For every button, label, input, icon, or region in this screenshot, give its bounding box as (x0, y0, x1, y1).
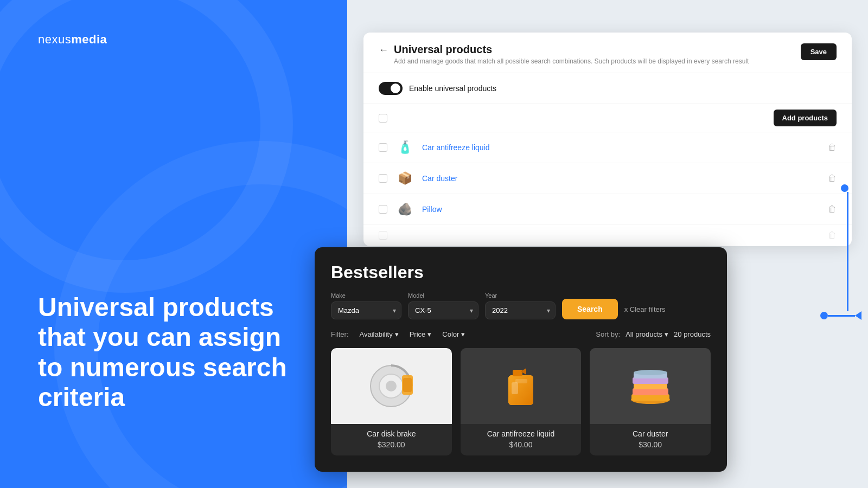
bestsellers-title: Bestsellers (331, 262, 711, 282)
card-image-antifreeze (461, 348, 582, 424)
admin-header: ← Universal products Add and manage good… (363, 33, 852, 73)
delete-icon-2[interactable]: 🗑 (828, 174, 837, 183)
product-card-antifreeze[interactable]: Car antifreeze liquid $40.00 (461, 348, 582, 455)
filter-bar: Filter: Availability ▾ Price ▾ Color ▾ S… (331, 330, 711, 338)
back-arrow-icon[interactable]: ← (379, 44, 388, 56)
admin-subtitle: Add and manage goods that match all poss… (394, 57, 749, 65)
svg-rect-9 (512, 382, 518, 394)
dot-bottom (820, 312, 828, 319)
color-label: Color (442, 330, 459, 338)
model-select[interactable]: CX-5 (408, 301, 478, 319)
logo-suffix: media (71, 33, 107, 46)
card-image-duster (590, 348, 711, 424)
select-all-checkbox[interactable] (379, 114, 387, 123)
availability-chevron-icon: ▾ (395, 330, 399, 338)
right-area: ← Universal products Add and manage good… (347, 0, 868, 488)
availability-filter-btn[interactable]: Availability ▾ (360, 330, 399, 338)
product-thumb-3: 🪨 (395, 200, 414, 219)
add-products-button[interactable]: Add products (774, 110, 837, 126)
logo: nexusmedia (38, 33, 309, 47)
sort-dropdown-btn[interactable]: All products ▾ (626, 330, 668, 338)
sort-value: All products (626, 330, 662, 338)
enable-toggle[interactable] (379, 82, 403, 95)
product-checkbox-1[interactable] (379, 143, 387, 152)
delete-icon-1[interactable]: 🗑 (828, 143, 837, 152)
make-select-wrapper: Mazda (331, 301, 401, 319)
products-header-row: Add products (363, 104, 852, 132)
availability-label: Availability (360, 330, 393, 338)
make-label: Make (331, 292, 401, 299)
product-thumb-2: 📦 (395, 169, 414, 188)
card-name-duster: Car duster (590, 424, 711, 440)
price-filter-btn[interactable]: Price ▾ (410, 330, 432, 338)
arrow-tail (828, 315, 855, 317)
product-checkbox-4[interactable] (379, 231, 387, 240)
admin-panel: ← Universal products Add and manage good… (363, 33, 852, 246)
logo-prefix: nexus (38, 33, 71, 46)
make-select[interactable]: Mazda (331, 301, 401, 319)
product-link-2[interactable]: Car duster (422, 174, 820, 183)
year-select-wrapper: 2022 (485, 301, 556, 319)
product-cards: Car disk brake $320.00 (331, 348, 711, 455)
admin-title-block: Universal products Add and manage goods … (394, 43, 749, 65)
svg-rect-7 (513, 370, 522, 376)
left-panel: nexusmedia Universal products that you c… (0, 0, 347, 488)
product-row-4: 🗑 (363, 225, 852, 246)
admin-title: Universal products (394, 43, 749, 56)
product-link-3[interactable]: Pillow (422, 205, 820, 214)
sort-section: Sort by: All products ▾ 20 products (596, 330, 711, 338)
card-image-brake (331, 348, 452, 424)
save-button[interactable]: Save (801, 43, 837, 60)
storefront-panel: Bestsellers Make Mazda Model CX-5 (315, 247, 727, 472)
products-count: 20 products (674, 330, 711, 338)
arrow-row (820, 311, 861, 320)
filter-text: Filter: (331, 330, 349, 338)
product-row-3: 🪨 Pillow 🗑 (363, 194, 852, 225)
color-filter-btn[interactable]: Color ▾ (442, 330, 465, 338)
year-filter-group: Year 2022 (485, 292, 556, 319)
card-price-brake: $320.00 (331, 440, 452, 455)
search-button[interactable]: Search (562, 299, 618, 319)
card-price-duster: $30.00 (590, 440, 711, 455)
sort-by-label: Sort by: (596, 330, 620, 338)
hero-text: Universal products that you can assign t… (38, 292, 309, 412)
svg-point-17 (634, 370, 667, 375)
sort-chevron-icon: ▾ (665, 330, 668, 338)
price-label: Price (410, 330, 426, 338)
model-label: Model (408, 292, 478, 299)
svg-rect-10 (515, 379, 527, 383)
color-chevron-icon: ▾ (461, 330, 465, 338)
product-checkbox-3[interactable] (379, 205, 387, 214)
product-link-1[interactable]: Car antifreeze liquid (422, 143, 820, 152)
year-label: Year (485, 292, 556, 299)
arrow-head-icon (855, 311, 861, 320)
toggle-label: Enable universal products (409, 84, 496, 93)
product-card-duster[interactable]: Car duster $30.00 (590, 348, 711, 455)
product-thumb-1: 🧴 (395, 138, 414, 157)
arrow-connector (820, 184, 861, 320)
svg-point-2 (386, 381, 397, 391)
dot-top (841, 184, 848, 192)
filters-row: Make Mazda Model CX-5 Year (331, 292, 711, 319)
product-row: 🧴 Car antifreeze liquid 🗑 (363, 132, 852, 163)
card-name-antifreeze: Car antifreeze liquid (461, 424, 582, 440)
product-row-2: 📦 Car duster 🗑 (363, 163, 852, 194)
connector-line (847, 192, 848, 311)
clear-filters-link[interactable]: x Clear filters (624, 299, 666, 319)
card-price-antifreeze: $40.00 (461, 440, 582, 455)
card-name-brake: Car disk brake (331, 424, 452, 440)
price-chevron-icon: ▾ (427, 330, 431, 338)
admin-header-left: ← Universal products Add and manage good… (379, 43, 749, 65)
year-select[interactable]: 2022 (485, 301, 556, 319)
model-filter-group: Model CX-5 (408, 292, 478, 319)
make-filter-group: Make Mazda (331, 292, 401, 319)
toggle-row: Enable universal products (363, 73, 852, 104)
svg-rect-4 (403, 378, 412, 392)
model-select-wrapper: CX-5 (408, 301, 478, 319)
product-checkbox-2[interactable] (379, 174, 387, 183)
product-card-brake[interactable]: Car disk brake $320.00 (331, 348, 452, 455)
